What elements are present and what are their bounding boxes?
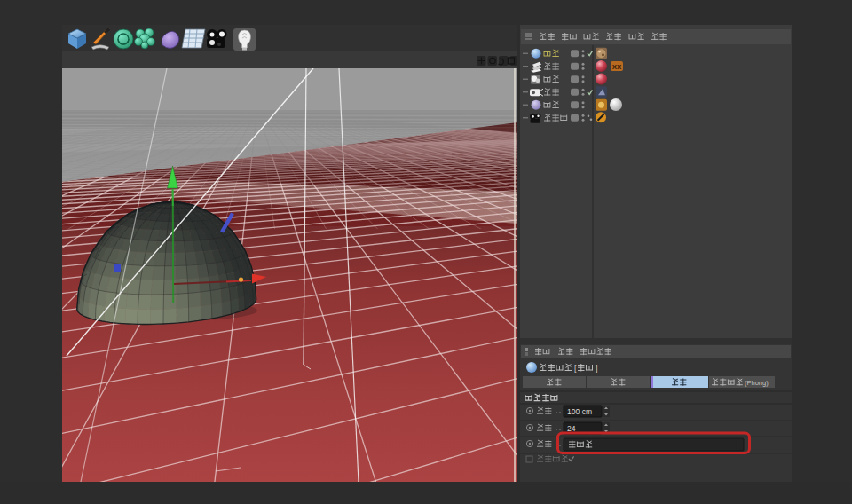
svg-text:XX: XX [612,63,622,71]
svg-text:]: ] [596,364,598,373]
svg-text:(Phong): (Phong) [745,379,769,387]
svg-text:100 cm: 100 cm [567,407,592,416]
